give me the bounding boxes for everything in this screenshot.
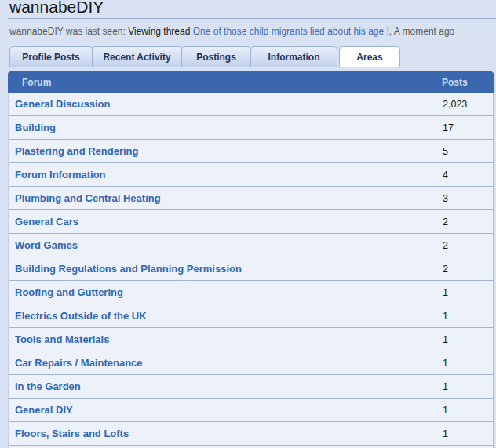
last-seen-status: wannabeDIY was last seen: Viewing thread… [0,26,496,37]
forum-link[interactable]: Building Regulations and Planning Permis… [9,263,242,275]
tab-postings[interactable]: Postings [181,46,251,67]
forum-link[interactable]: Tools and Materials [9,333,109,345]
tab-profile-posts[interactable]: Profile Posts [9,46,93,67]
forum-link[interactable]: General DIY [9,404,73,416]
forum-link[interactable]: Electrics Outside of the UK [9,310,147,322]
tab-recent-activity[interactable]: Recent Activity [92,46,182,67]
column-header-forum: Forum [8,77,51,88]
post-count: 3 [443,193,448,204]
forum-link[interactable]: General Cars [9,216,78,228]
forum-link[interactable]: Building [9,122,56,133]
table-row: Forum Information 4 [9,163,493,187]
post-count: 5 [443,146,448,157]
table-row: Electrics Outside of the UK 1 [9,304,493,328]
forum-link[interactable]: Word Games [9,239,78,251]
title-divider [8,18,496,19]
table-body: General Discussion 2,023 Building 17 Pla… [8,93,494,448]
forum-link[interactable]: In the Garden [9,381,81,392]
table-row: Plumbing and Central Heating 3 [9,187,493,210]
table-row: Car Repairs / Maintenance 1 [9,351,493,375]
post-count: 1 [443,381,448,392]
forum-link[interactable]: Roofing and Guttering [9,286,123,298]
last-seen-suffix: , A moment ago [389,26,454,37]
table-row: In the Garden 1 [9,375,493,399]
post-count: 2 [443,240,448,251]
post-count: 1 [443,358,448,369]
tab-areas[interactable]: Areas [339,46,400,67]
post-count: 2,023 [443,99,467,110]
table-row: Roofing and Guttering 1 [9,281,493,304]
table-header-row: Forum Posts [8,71,494,93]
table-row: Plastering and Rendering 5 [9,140,493,163]
thread-link[interactable]: One of those child migrants lied about h… [193,26,389,37]
post-count: 1 [443,428,448,439]
post-count: 2 [443,217,448,228]
table-row: General Discussion 2,023 [9,93,493,116]
forum-link[interactable]: General Discussion [9,98,110,110]
post-count: 1 [443,311,448,322]
post-count: 1 [443,334,448,345]
table-row: General Cars 2 [9,210,493,234]
post-count: 4 [443,169,448,180]
last-seen-action: Viewing thread [128,26,193,37]
post-count: 2 [443,264,448,275]
post-count: 1 [443,405,448,416]
forum-link[interactable]: Plastering and Rendering [9,145,138,157]
table-row: Building 17 [9,116,493,140]
table-row: Word Games 2 [9,234,493,257]
column-header-posts: Posts [442,77,468,88]
table-row: Building Regulations and Planning Permis… [9,257,493,281]
table-row: Tools and Materials 1 [9,328,493,351]
page-title: wannabeDIY [0,0,496,16]
table-row: Floors, Stairs and Lofts 1 [9,422,493,446]
last-seen-prefix: wannabeDIY was last seen: [9,26,128,37]
forum-link[interactable]: Plumbing and Central Heating [9,192,161,204]
forum-link[interactable]: Floors, Stairs and Lofts [9,428,129,439]
areas-table: Forum Posts General Discussion 2,023 Bui… [8,71,494,448]
post-count: 1 [443,287,448,298]
forum-link[interactable]: Car Repairs / Maintenance [9,357,143,369]
profile-tab-bar: Profile Posts Recent Activity Postings I… [0,46,496,67]
forum-link[interactable]: Forum Information [9,169,106,180]
tab-information[interactable]: Information [250,46,337,67]
post-count: 17 [443,122,454,133]
table-row: General DIY 1 [9,399,493,422]
